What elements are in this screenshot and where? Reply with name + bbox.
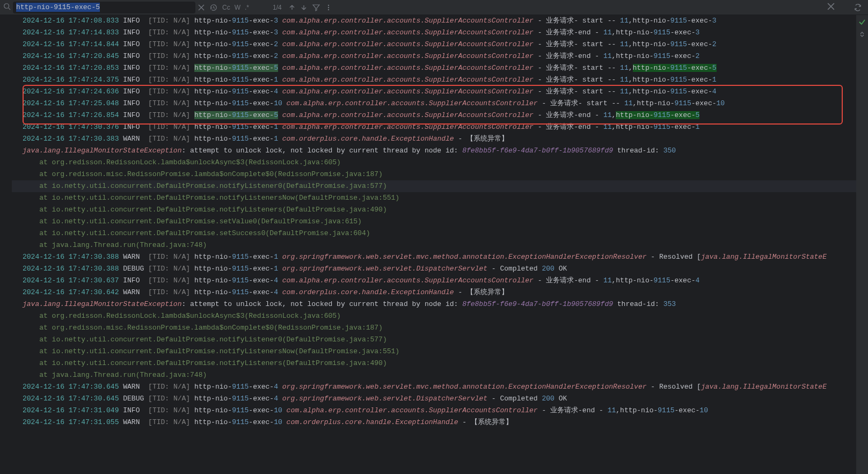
log-line[interactable]: 2024-12-16 17:47:20.853 INFO [TID: N/A] …	[12, 62, 856, 74]
svg-line-1	[9, 8, 11, 10]
log-line[interactable]: at io.netty.util.concurrent.DefaultPromi…	[12, 346, 856, 358]
log-line[interactable]: at io.netty.util.concurrent.DefaultPromi…	[12, 228, 856, 239]
log-line[interactable]: at org.redisson.RedissonLock.lambda$unlo…	[12, 157, 856, 169]
svg-point-5	[328, 6, 329, 8]
analysis-ok-icon[interactable]	[858, 18, 866, 28]
log-line[interactable]: 2024-12-16 17:47:20.845 INFO [TID: N/A] …	[12, 50, 856, 62]
log-line[interactable]: at io.netty.util.concurrent.DefaultPromi…	[12, 358, 856, 369]
sync-icon[interactable]	[851, 3, 865, 12]
log-line[interactable]: at io.netty.util.concurrent.DefaultPromi…	[12, 192, 856, 204]
right-gutter	[856, 15, 868, 474]
log-line[interactable]	[12, 428, 856, 440]
log-line[interactable]: 2024-12-16 17:47:30.388 WARN [TID: N/A] …	[12, 251, 856, 263]
match-counter: 1/4	[273, 4, 282, 11]
log-line[interactable]: 2024-12-16 17:47:24.375 INFO [TID: N/A] …	[12, 74, 856, 86]
log-line[interactable]: 2024-12-16 17:47:30.645 DEBUG [TID: N/A]…	[12, 393, 856, 405]
next-match-icon[interactable]	[298, 4, 310, 11]
clear-search-icon[interactable]	[195, 4, 207, 11]
log-line[interactable]: 2024-12-16 17:47:30.645 WARN [TID: N/A] …	[12, 381, 856, 393]
log-line[interactable]: at org.redisson.misc.RedissonPromise.lam…	[12, 169, 856, 180]
log-line[interactable]: at io.netty.util.concurrent.DefaultPromi…	[12, 216, 856, 228]
log-line[interactable]: at io.netty.util.concurrent.DefaultPromi…	[12, 334, 856, 346]
log-line[interactable]: 2024-12-16 17:47:25.048 INFO [TID: N/A] …	[12, 98, 856, 110]
prev-match-icon[interactable]	[286, 4, 298, 11]
svg-point-4	[328, 4, 329, 5]
log-line[interactable]: 2024-12-16 17:47:26.854 INFO [TID: N/A] …	[12, 110, 856, 121]
log-line[interactable]: at java.lang.Thread.run(Thread.java:748)	[12, 239, 856, 251]
log-line[interactable]: 2024-12-16 17:47:24.636 INFO [TID: N/A] …	[12, 86, 856, 98]
log-line[interactable]: 2024-12-16 17:47:31.049 INFO [TID: N/A] …	[12, 405, 856, 417]
log-viewport[interactable]: 2024-12-16 17:47:08.833 INFO [TID: N/A] …	[0, 15, 856, 474]
expand-icon[interactable]	[859, 31, 865, 40]
whole-word-toggle[interactable]: W	[232, 4, 243, 11]
log-line[interactable]: at org.redisson.misc.RedissonPromise.lam…	[12, 322, 856, 334]
svg-point-6	[328, 9, 329, 10]
log-line[interactable]: 2024-12-16 17:47:30.383 WARN [TID: N/A] …	[12, 133, 856, 145]
more-options-icon[interactable]	[323, 4, 334, 11]
log-line[interactable]: 2024-12-16 17:47:30.642 WARN [TID: N/A] …	[12, 287, 856, 298]
log-line[interactable]: java.lang.IllegalMonitorStateException: …	[12, 298, 856, 310]
filter-icon[interactable]	[310, 4, 323, 11]
search-icon	[3, 3, 11, 12]
search-history-icon[interactable]	[207, 4, 220, 11]
search-input[interactable]: http-nio-9115-exec-5	[15, 3, 101, 12]
log-line[interactable]: 2024-12-16 17:47:08.833 INFO [TID: N/A] …	[12, 15, 856, 27]
log-line[interactable]: 2024-12-16 17:47:30.388 DEBUG [TID: N/A]…	[12, 263, 856, 275]
log-line[interactable]: at java.lang.Thread.run(Thread.java:748)	[12, 369, 856, 381]
log-line[interactable]: 2024-12-16 17:47:30.637 INFO [TID: N/A] …	[12, 275, 856, 287]
log-line[interactable]: 2024-12-16 17:47:14.833 INFO [TID: N/A] …	[12, 27, 856, 39]
search-bar: http-nio-9115-exec-5 Cc W .* 1/4	[0, 0, 868, 15]
log-line[interactable]: java.lang.IllegalMonitorStateException: …	[12, 145, 856, 157]
log-line[interactable]: at org.redisson.RedissonLock.lambda$unlo…	[12, 310, 856, 322]
match-case-toggle[interactable]: Cc	[220, 4, 232, 11]
log-line[interactable]: at io.netty.util.concurrent.DefaultPromi…	[12, 180, 856, 192]
log-line[interactable]: at io.netty.util.concurrent.DefaultPromi…	[12, 204, 856, 216]
search-input-wrap[interactable]: http-nio-9115-exec-5	[13, 2, 195, 13]
log-line[interactable]: 2024-12-16 17:47:14.844 INFO [TID: N/A] …	[12, 39, 856, 50]
regex-toggle[interactable]: .*	[243, 4, 251, 11]
log-line[interactable]: 2024-12-16 17:47:30.376 INFO [TID: N/A] …	[12, 121, 856, 133]
close-search-icon[interactable]	[824, 2, 838, 13]
log-line[interactable]: 2024-12-16 17:47:31.055 WARN [TID: N/A] …	[12, 417, 856, 428]
svg-point-0	[4, 3, 9, 8]
